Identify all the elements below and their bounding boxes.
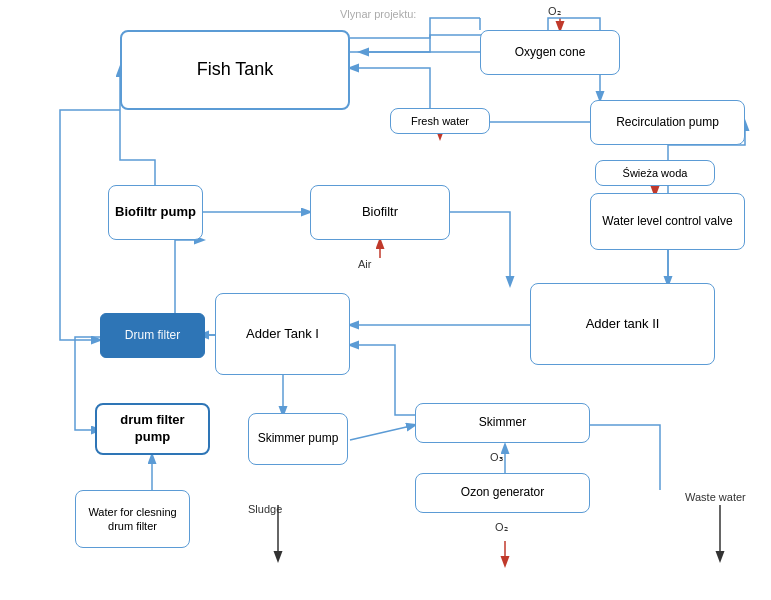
watermark-label: Vlynar projektu: [340,8,416,20]
ozon-generator-node: Ozon generator [415,473,590,513]
adder-tank-1-node: Adder Tank I [215,293,350,375]
diagram: Vlynar projektu: O₂ Fish Tank Oxygen con… [0,0,771,600]
air-label: Air [358,258,371,270]
fresh-water-label: Fresh water [390,108,490,134]
water-level-valve-node: Water level control valve [590,193,745,250]
waste-water-label: Waste water [685,490,746,505]
adder-tank-2-node: Adder tank II [530,283,715,365]
svg-line-9 [350,425,415,440]
sludge-label: Sludge [248,503,282,515]
biofiltr-node: Biofiltr [310,185,450,240]
recirculation-pump-node: Recirculation pump [590,100,745,145]
swieza-woda-label: Świeża woda [595,160,715,186]
drum-filter-pump-node: drum filter pump [95,403,210,455]
fish-tank-node: Fish Tank [120,30,350,110]
skimmer-node: Skimmer [415,403,590,443]
water-for-cleaning-node: Water for clesning drum filter [75,490,190,548]
skimmer-pump-node: Skimmer pump [248,413,348,465]
o2-top-label: O₂ [548,5,561,18]
o2-bottom-label: O₂ [495,521,508,534]
o3-label: O₃ [490,451,503,464]
drum-filter-node: Drum filter [100,313,205,358]
biofiltr-pump-node: Biofiltr pump [108,185,203,240]
oxygen-cone-node: Oxygen cone [480,30,620,75]
